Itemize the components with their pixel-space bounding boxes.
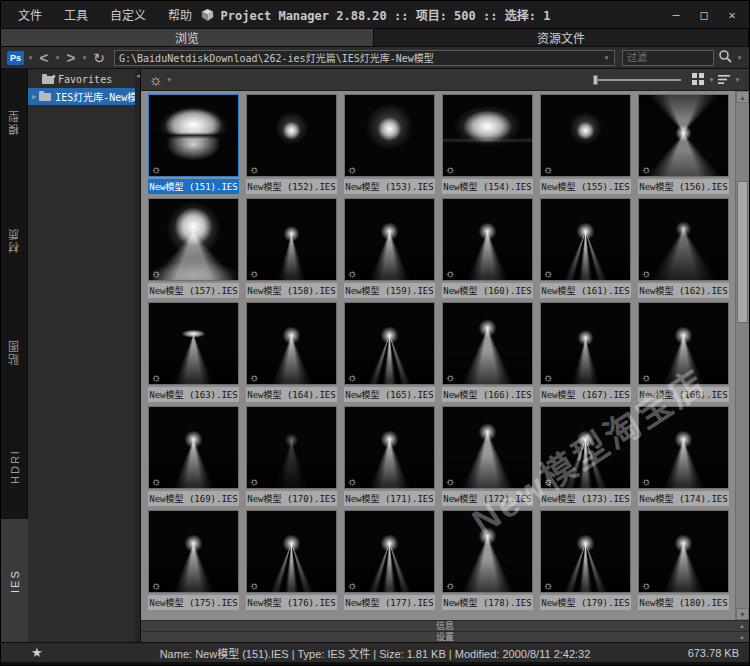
address-dropdown-caret-icon[interactable]: ▾: [603, 54, 610, 62]
ies-thumbnail: ☼: [540, 94, 631, 177]
vertical-scrollbar[interactable]: ▲ ▼: [735, 91, 749, 620]
ies-thumbnail: ☼: [442, 302, 533, 385]
grid-item[interactable]: ☼ New模型 (162).IES: [638, 198, 729, 298]
grid-item-label: New模型 (152).IES: [246, 179, 337, 194]
window-bottom-edge: [1, 662, 749, 665]
grid-item[interactable]: ☼ New模型 (159).IES: [344, 198, 435, 298]
tree-item[interactable]: ▶ ★ IES灯光库-New模型: [28, 88, 135, 105]
grid-item[interactable]: ☼ New模型 (171).IES: [344, 406, 435, 506]
light-dropdown-caret-icon[interactable]: ▾: [166, 76, 173, 84]
grid-view-icon[interactable]: [692, 73, 705, 86]
category-tab-hdri[interactable]: HDRI: [1, 441, 28, 493]
category-tab-材质[interactable]: 材质: [1, 217, 28, 263]
grid-item[interactable]: ☼ New模型 (170).IES: [246, 406, 337, 506]
close-button[interactable]: ✕: [725, 8, 739, 22]
grid-item[interactable]: ☼ New模型 (163).IES: [148, 302, 239, 402]
grid-item[interactable]: ☼ New模型 (157).IES: [148, 198, 239, 298]
grid-item[interactable]: ☼ New模型 (166).IES: [442, 302, 533, 402]
grid-item[interactable]: ☼ New模型 (158).IES: [246, 198, 337, 298]
grid-item[interactable]: ☼ New模型 (164).IES: [246, 302, 337, 402]
grid-item[interactable]: ☼ New模型 (175).IES: [148, 510, 239, 610]
sort-icon[interactable]: [718, 74, 731, 85]
bulb-icon: ☼: [641, 372, 651, 383]
minimize-button[interactable]: –: [669, 8, 683, 22]
grid-item[interactable]: ☼ New模型 (156).IES: [638, 94, 729, 194]
settings-panel-label: 设置: [436, 633, 454, 642]
thumbnail-size-slider[interactable]: [593, 74, 681, 86]
scrollbar-track[interactable]: [736, 103, 749, 608]
category-tab-ies[interactable]: IES: [1, 519, 28, 644]
grid-item[interactable]: ☼ New模型 (155).IES: [540, 94, 631, 194]
sort-dropdown-caret-icon[interactable]: ▾: [734, 76, 741, 84]
light-bulb-icon[interactable]: ☼: [149, 71, 163, 88]
forward-dropdown-caret-icon[interactable]: ▾: [81, 54, 88, 62]
maximize-button[interactable]: □: [697, 8, 711, 22]
forward-button[interactable]: >: [64, 51, 78, 65]
menu-item[interactable]: 文件: [9, 3, 51, 26]
category-tab-模型[interactable]: 模型: [1, 99, 28, 145]
settings-panel-bar[interactable]: 设置 ▲: [141, 631, 749, 642]
menu-item[interactable]: 自定义: [101, 3, 155, 26]
grid-item-label: New模型 (171).IES: [344, 491, 435, 506]
grid-item[interactable]: ☼ New模型 (160).IES: [442, 198, 533, 298]
back-button[interactable]: <: [37, 51, 51, 65]
folder-icon: ★: [39, 91, 52, 102]
tab-asset-files[interactable]: 资源文件: [374, 29, 749, 46]
back-dropdown-caret-icon[interactable]: ▾: [54, 54, 61, 62]
category-tab-贴图[interactable]: 贴图: [1, 329, 28, 375]
grid-item[interactable]: ☼ New模型 (174).IES: [638, 406, 729, 506]
grid-item[interactable]: ☼ New模型 (153).IES: [344, 94, 435, 194]
grid-item-label: New模型 (159).IES: [344, 283, 435, 298]
grid-item[interactable]: ☼ New模型 (173).IES: [540, 406, 631, 506]
ies-thumbnail: ☼: [148, 198, 239, 281]
refresh-icon[interactable]: ↻: [91, 50, 107, 66]
grid-item-label: New模型 (165).IES: [344, 387, 435, 402]
grid-item[interactable]: ☼ New模型 (151).IES: [148, 94, 239, 194]
bulb-icon: ☼: [641, 580, 651, 591]
menu-item[interactable]: 帮助: [159, 3, 201, 26]
grid-item[interactable]: ☼ New模型 (172).IES: [442, 406, 533, 506]
grid-item[interactable]: ☼ New模型 (176).IES: [246, 510, 337, 610]
search-dropdown-caret-icon[interactable]: ▾: [736, 54, 743, 62]
slider-thumb[interactable]: [593, 75, 598, 85]
grid-item-label: New模型 (173).IES: [540, 491, 631, 506]
grid-item[interactable]: ☼ New模型 (168).IES: [638, 302, 729, 402]
expand-caret-icon[interactable]: ▶: [32, 93, 36, 101]
app-logo-icon: [200, 7, 215, 22]
ps-mode-button[interactable]: Ps: [7, 51, 24, 65]
grid-item[interactable]: ☼ New模型 (165).IES: [344, 302, 435, 402]
favorite-star-icon[interactable]: ★: [31, 645, 43, 660]
scroll-up-icon[interactable]: ▲: [736, 91, 749, 103]
menu-item[interactable]: 工具: [55, 3, 97, 26]
scroll-down-icon[interactable]: ▼: [736, 608, 749, 620]
settings-expand-icon[interactable]: ▲: [739, 633, 745, 642]
current-path: G:\BaiduNetdiskDownload\262-ies灯光篇\IES灯光…: [119, 50, 599, 65]
grid-item-label: New模型 (170).IES: [246, 491, 337, 506]
panel-splitter[interactable]: ◄: [135, 69, 141, 642]
grid-item[interactable]: ☼ New模型 (178).IES: [442, 510, 533, 610]
bulb-icon: ☼: [151, 476, 161, 487]
filter-input[interactable]: [622, 50, 714, 66]
grid-item[interactable]: ☼ New模型 (179).IES: [540, 510, 631, 610]
collapse-panel-icon[interactable]: ◄: [135, 73, 141, 79]
grid-item[interactable]: ☼ New模型 (169).IES: [148, 406, 239, 506]
scrollbar-thumb[interactable]: [737, 181, 748, 323]
ps-dropdown-caret-icon[interactable]: ▾: [27, 54, 34, 62]
grid-item[interactable]: ☼ New模型 (161).IES: [540, 198, 631, 298]
ies-thumbnail: ☼: [246, 510, 337, 593]
address-bar[interactable]: G:\BaiduNetdiskDownload\262-ies灯光篇\IES灯光…: [114, 50, 615, 66]
info-panel-bar[interactable]: 信息 ▲: [141, 620, 749, 631]
category-tab-strip: 模型材质贴图HDRIIES: [1, 69, 28, 642]
tab-browse[interactable]: 浏览: [1, 29, 374, 46]
ies-thumbnail: ☼: [540, 510, 631, 593]
tree-item[interactable]: ▶ ★ Favorites: [28, 71, 135, 88]
grid-item[interactable]: ☼ New模型 (154).IES: [442, 94, 533, 194]
grid-item[interactable]: ☼ New模型 (152).IES: [246, 94, 337, 194]
search-icon[interactable]: [717, 49, 733, 67]
grid-item[interactable]: ☼ New模型 (167).IES: [540, 302, 631, 402]
view-dropdown-caret-icon[interactable]: ▾: [708, 76, 715, 84]
grid-item[interactable]: ☼ New模型 (177).IES: [344, 510, 435, 610]
project-manager-window: 文件工具自定义帮助 Project Manager 2.88.20 :: 项目:…: [0, 0, 750, 666]
info-expand-icon[interactable]: ▲: [739, 622, 745, 631]
grid-item[interactable]: ☼ New模型 (180).IES: [638, 510, 729, 610]
